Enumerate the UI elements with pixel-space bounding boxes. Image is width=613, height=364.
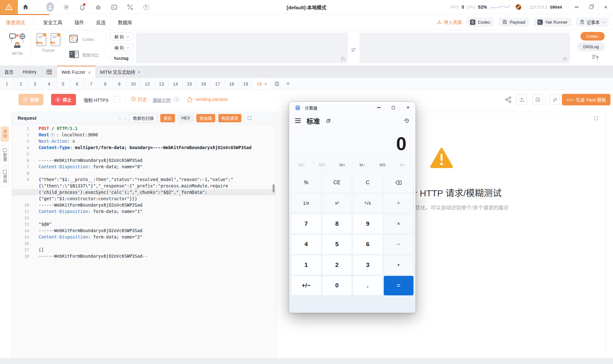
calc-key-0[interactable]: 0 (322, 276, 352, 296)
pinwheel-icon[interactable] (515, 4, 522, 11)
calc-key-1[interactable]: 1 (291, 255, 321, 275)
calc-key-2[interactable]: 2 (322, 255, 352, 275)
calc-memory-M+[interactable]: M+ (332, 163, 352, 167)
tab-history[interactable]: History (18, 66, 42, 78)
save-fuzzer-tab-button[interactable] (271, 78, 283, 90)
calc-key-+[interactable]: + (384, 255, 414, 275)
tools-wrench-icon[interactable] (126, 3, 134, 11)
build-request-button[interactable]: 构造请求 (218, 114, 241, 122)
fuzzer-tab-3[interactable]: 3 (28, 78, 42, 90)
prev-arrow-icon[interactable]: ‹ (119, 115, 121, 121)
avatar[interactable] (46, 3, 54, 11)
fuzzer-tab-13[interactable]: 13 (155, 78, 169, 90)
calc-key-+/−[interactable]: +/− (291, 276, 321, 296)
calc-key-²√x[interactable]: ²√x (353, 193, 383, 213)
window-restore-button[interactable] (584, 0, 598, 14)
calc-key-×[interactable]: × (384, 214, 414, 234)
calc-memory-MR[interactable]: MR (312, 163, 332, 167)
mitm-tool[interactable]: MITM (6, 33, 29, 56)
next-arrow-icon[interactable]: › (124, 115, 126, 121)
codec-output-area[interactable] (359, 33, 570, 63)
request-editor[interactable]: 1POST·/·HTTP/1.12Host?:·localhost:30003N… (12, 124, 276, 358)
calc-memory-M−[interactable]: M− (352, 163, 373, 167)
menu-reverse-conn[interactable]: 反连 (96, 19, 106, 26)
tab-home[interactable]: 首页 (0, 66, 18, 78)
calc-key-.[interactable]: . (353, 276, 383, 296)
keep-on-top-icon[interactable] (326, 118, 331, 124)
import-resource-link[interactable]: 导入资源 (437, 19, 462, 25)
fuzzer-tab-17[interactable]: 17 (211, 78, 225, 90)
force-https-checkbox[interactable] (114, 96, 120, 102)
hot-reload-button[interactable]: 热加载 (196, 114, 215, 122)
swap-io-icon[interactable] (350, 47, 357, 53)
fuzzer-tab-7[interactable]: 7 (84, 78, 98, 90)
window-minimize-button[interactable] (569, 0, 584, 14)
tab-db-icon[interactable] (42, 66, 57, 78)
calc-memory-M[interactable]: M (393, 163, 413, 167)
calc-memory-MS[interactable]: MS (373, 163, 393, 167)
calc-key-CE[interactable]: CE (322, 173, 352, 193)
blast-help-icon[interactable]: ? (174, 97, 179, 102)
calc-close-button[interactable]: × (401, 102, 415, 113)
tab-web-fuzzer[interactable]: Web Fuzzer× (57, 66, 96, 78)
history-icon[interactable] (404, 118, 410, 124)
calc-key-9[interactable]: 9 (353, 214, 383, 234)
calc-key-=[interactable]: = (384, 276, 414, 296)
fuzzer-tab-12[interactable]: 12 (140, 78, 155, 90)
yak-runner-quick-button[interactable]: >_Yak Runner (534, 18, 571, 27)
rail-sequence-tab[interactable]: 序列 (1, 126, 9, 142)
fuzztag-button[interactable]: fuzztag (109, 54, 133, 62)
fuzzer-tab-10[interactable]: 10 (126, 78, 140, 90)
editor-scrollbar[interactable] (273, 184, 275, 193)
calc-memory-MC[interactable]: MC (292, 163, 312, 167)
calc-key-8[interactable]: 8 (322, 214, 352, 234)
calc-key-−[interactable]: − (384, 235, 414, 254)
fuzzer-tab-2[interactable]: 2 (14, 78, 28, 90)
fuzzer-tab-19[interactable]: 19 (239, 78, 253, 90)
fuzzer-tab-16[interactable]: 16 (197, 78, 211, 90)
swap-panels-icon[interactable] (550, 95, 560, 105)
menu-database[interactable]: 数据库 (118, 19, 132, 26)
calc-key-5[interactable]: 5 (322, 235, 352, 254)
rail-config-tab[interactable]: 配置 (1, 145, 9, 165)
menu-security-tools[interactable]: 安全工具 (43, 19, 62, 26)
fuzzer-tab-5[interactable]: 5 (56, 78, 70, 90)
calc-key-6[interactable]: 6 (353, 235, 383, 254)
codec-input-area[interactable] (136, 33, 348, 63)
calc-maximize-button[interactable] (386, 102, 401, 113)
fullscreen-icon[interactable] (594, 116, 599, 121)
collapse-panel-icon[interactable] (591, 54, 600, 61)
calc-key-1/x[interactable]: 1/x (291, 193, 321, 213)
tab-mitm-hijack[interactable]: MITM 交互式劫持× (96, 66, 145, 78)
stop-button[interactable]: 停止 (51, 94, 76, 105)
beautify-button[interactable]: 美化 (160, 114, 175, 122)
data-compare-tool[interactable]: 数据对比 (69, 50, 99, 59)
calc-menu-icon[interactable] (295, 118, 301, 123)
calc-key-backspace[interactable] (384, 173, 414, 193)
side-tab-codec[interactable]: Codec (580, 32, 605, 41)
fuzzer-tab-8[interactable]: 8 (98, 78, 112, 90)
menu-plugins[interactable]: 插件 (74, 19, 84, 26)
encode-dropdown[interactable]: 编 码 (109, 43, 133, 51)
calculator-titlebar[interactable]: 计算器 × (289, 102, 415, 113)
pause-button[interactable]: 暂停 (19, 94, 43, 105)
fuzzer-tab-active[interactable]: 19× (253, 78, 271, 90)
fuzzer-tab-18[interactable]: 18 (225, 78, 239, 90)
fuzzer-tab-1[interactable]: 1 (0, 78, 14, 90)
rail-rules-tab[interactable]: 规则 (1, 167, 9, 186)
generate-yaml-button[interactable]: </>生成 Yaml 模板 (562, 94, 610, 105)
export-icon[interactable] (517, 95, 527, 105)
bug-icon[interactable] (94, 3, 102, 11)
notepad-quick-button[interactable]: 记事本 (576, 18, 609, 27)
settings-gear-icon[interactable] (62, 3, 70, 11)
calc-key-3[interactable]: 3 (353, 255, 383, 275)
close-icon[interactable]: × (88, 70, 91, 75)
blast-example-link[interactable]: 爆破示例 (153, 97, 170, 103)
close-icon[interactable]: × (138, 70, 140, 74)
add-fuzzer-tab-button[interactable]: + (283, 78, 293, 90)
calc-key-x²[interactable]: x² (322, 193, 352, 213)
terminal-icon[interactable] (110, 3, 118, 11)
calc-minimize-button[interactable] (371, 102, 386, 113)
menu-pentest[interactable]: 渗透测试 (6, 19, 25, 26)
share-icon[interactable] (504, 96, 512, 103)
